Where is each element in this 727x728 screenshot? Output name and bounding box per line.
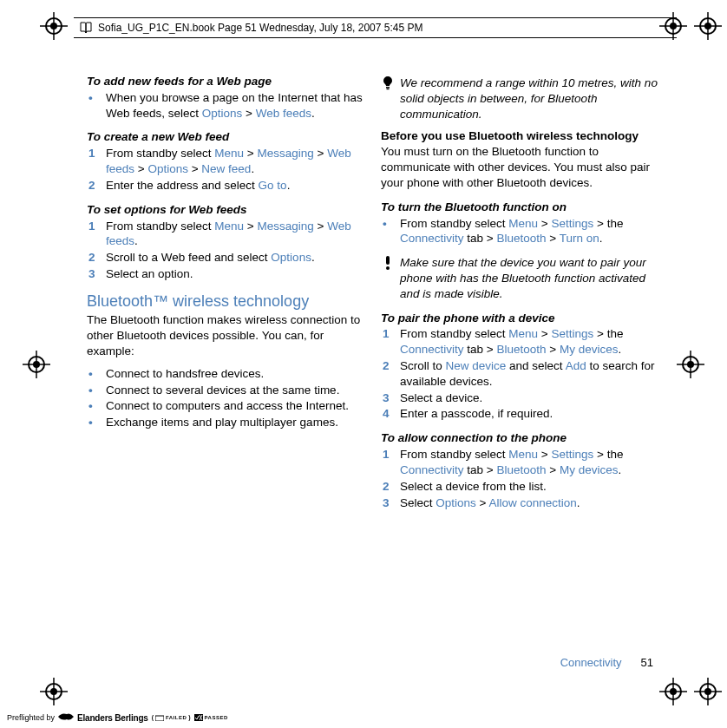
body-text: and select: [506, 359, 565, 372]
menu-path: My devices: [560, 463, 619, 476]
step-number: 1: [88, 146, 104, 161]
period: .: [311, 107, 315, 120]
body-text: Enter the address and select: [106, 179, 259, 192]
body-text: From standby select: [106, 220, 214, 233]
sep: >: [314, 147, 327, 160]
body-text: From standby select: [400, 448, 508, 461]
svg-rect-38: [155, 716, 164, 721]
document-header: Sofia_UG_P1C_EN.book Page 51 Wednesday, …: [74, 17, 677, 38]
sep: >: [538, 217, 551, 230]
menu-path: Connectivity: [400, 463, 464, 476]
menu-path: Add: [566, 359, 586, 372]
crop-mark-extra-bottom-right: [698, 681, 718, 702]
period: .: [287, 179, 291, 192]
bullet-icon: •: [88, 398, 104, 414]
menu-path: Settings: [551, 217, 593, 230]
list-item: 1 From standby select Menu > Messaging >…: [87, 219, 364, 250]
menu-path: Settings: [551, 448, 593, 461]
bullet-icon: •: [88, 90, 104, 106]
sep: >: [547, 232, 560, 245]
step-number: 4: [383, 406, 398, 422]
list-item: 2 Scroll to a Web feed and select Option…: [87, 250, 364, 266]
list-item: •Exchange items and play multiplayer gam…: [87, 415, 364, 430]
step-number: 3: [88, 266, 104, 282]
list-item: • When you browse a page on the Internet…: [87, 90, 364, 121]
footer-section: Connectivity: [560, 656, 622, 669]
heading-set-options: To set options for Web feeds: [87, 202, 364, 218]
body-text: From standby select: [106, 147, 214, 160]
menu-path: Bluetooth: [496, 343, 546, 356]
sep: > the: [593, 448, 623, 461]
menu-path: Options: [147, 162, 188, 175]
menu-path: Turn on: [560, 232, 599, 245]
step-number: 2: [383, 358, 398, 374]
crop-mark-top-left: [43, 16, 64, 36]
menu-path: Connectivity: [400, 232, 464, 245]
step-number: 1: [383, 447, 398, 462]
menu-path: Go to: [259, 179, 287, 192]
preflight-strip: Preflighted by Elanders Berlings ( FAILE…: [7, 712, 228, 723]
menu-path: New feed: [201, 162, 251, 175]
crop-mark-bottom-right: [663, 681, 684, 702]
body-text: Scroll to a Web feed and select: [106, 251, 271, 264]
period: .: [134, 234, 138, 247]
body-text: Enter a passcode, if required.: [400, 407, 553, 420]
menu-path-options: Options: [202, 107, 243, 120]
sep: >: [244, 147, 257, 160]
body-text: Connect to computers and access the Inte…: [106, 399, 349, 412]
crop-mark-mid-left: [24, 352, 49, 377]
period: .: [577, 496, 580, 509]
body-text: You must turn on the Bluetooth function …: [381, 144, 658, 190]
svg-rect-33: [387, 89, 390, 89]
list-item: • From standby select Menu > Settings > …: [381, 216, 658, 247]
svg-rect-32: [386, 87, 390, 89]
list-item: •Connect to several devices at the same …: [87, 383, 364, 398]
sep: >: [314, 220, 327, 233]
sep: >: [538, 448, 551, 461]
period: .: [311, 251, 315, 264]
body-text: From standby select: [400, 217, 508, 230]
page-content: To add new feeds for a Web page • When y…: [87, 74, 658, 641]
list-item: 2 Select a device from the list.: [381, 479, 658, 495]
bullet-icon: •: [88, 415, 104, 430]
tip-text: We recommend a range within 10 metres, w…: [400, 75, 658, 121]
sep: > the: [593, 327, 623, 340]
heading-add-feeds: To add new feeds for a Web page: [87, 74, 364, 89]
menu-path: My devices: [560, 343, 619, 356]
bullet-icon: •: [88, 366, 104, 382]
menu-path: New device: [446, 359, 507, 372]
body-text: Connect to handsfree devices.: [106, 367, 264, 380]
header-text: Sofia_UG_P1C_EN.book Page 51 Wednesday, …: [98, 22, 422, 34]
menu-path: Menu: [214, 220, 244, 233]
column-right: We recommend a range within 10 metres, w…: [381, 74, 658, 641]
footer-page-number: 51: [641, 656, 653, 669]
tip-range: We recommend a range within 10 metres, w…: [381, 75, 658, 121]
sep: >: [476, 496, 489, 509]
preflight-label: Preflighted by: [7, 713, 55, 722]
tip-text: Make sure that the device you want to pa…: [400, 255, 658, 301]
period: .: [618, 343, 621, 356]
menu-path: Messaging: [257, 220, 313, 233]
heading-create-feed: To create a new Web feed: [87, 129, 364, 145]
body-text: The Bluetooth function makes wireless co…: [87, 312, 364, 358]
list-item: •Connect to handsfree devices.: [87, 366, 364, 382]
menu-path: Menu: [508, 217, 538, 230]
svg-point-37: [386, 266, 390, 270]
heading-turn-on: To turn the Bluetooth function on: [381, 200, 658, 215]
menu-path: Messaging: [257, 147, 313, 160]
sep: >: [547, 343, 560, 356]
book-icon: [79, 21, 93, 35]
step-number: 2: [383, 479, 398, 495]
crop-mark-extra-top-right: [698, 16, 718, 36]
sep: tab >: [464, 232, 497, 245]
list-item: •Connect to computers and access the Int…: [87, 398, 364, 414]
period: .: [251, 162, 254, 175]
preflight-logo: Elanders Berlings: [77, 713, 148, 723]
period: .: [618, 463, 621, 476]
svg-rect-36: [386, 256, 390, 265]
sep: >: [547, 463, 560, 476]
preflight-failed: ( FAILED ): [152, 714, 191, 721]
list-item: 1 From standby select Menu > Settings > …: [381, 326, 658, 357]
body-text: Select an option.: [106, 267, 193, 280]
warning-icon: [381, 255, 395, 271]
